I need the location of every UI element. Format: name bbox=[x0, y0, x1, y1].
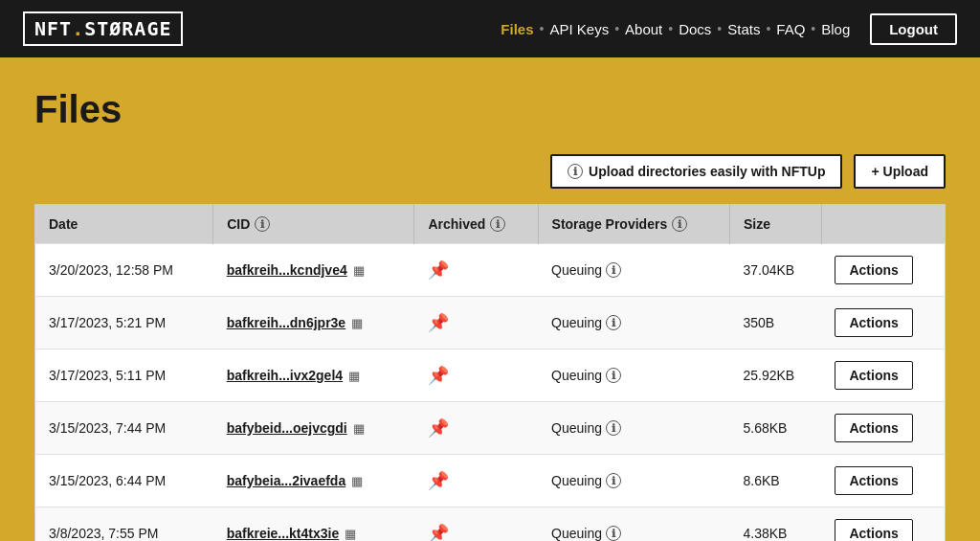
cid-link[interactable]: bafkreih...kcndjve4 bbox=[227, 262, 347, 278]
cell-storage-provider: Queuingℹ bbox=[538, 455, 729, 507]
cell-archived: 📌 bbox=[414, 507, 538, 542]
cell-storage-provider: Queuingℹ bbox=[538, 244, 729, 297]
cell-actions: Actions bbox=[821, 402, 945, 455]
cell-cid: bafybeia...2ivaefda▦ bbox=[213, 455, 414, 507]
copy-icon[interactable]: ▦ bbox=[351, 316, 363, 330]
copy-icon[interactable]: ▦ bbox=[353, 421, 365, 436]
cid-info-icon: ℹ bbox=[255, 216, 270, 232]
nav-files[interactable]: Files bbox=[501, 21, 533, 37]
queuing-label: Queuing bbox=[551, 526, 602, 541]
queuing-info-icon: ℹ bbox=[606, 420, 621, 436]
table-row: 3/8/2023, 7:55 PMbafkreie...kt4tx3ie▦📌Qu… bbox=[35, 507, 946, 542]
pin-icon: 📌 bbox=[428, 313, 449, 332]
cell-size: 350B bbox=[729, 297, 821, 349]
cell-actions: Actions bbox=[821, 349, 945, 402]
nav-blog[interactable]: Blog bbox=[821, 21, 850, 37]
files-table: Date CID ℹ Archived ℹ Storage P bbox=[34, 204, 946, 541]
cid-link[interactable]: bafkreie...kt4tx3ie bbox=[227, 526, 340, 541]
table-header: Date CID ℹ Archived ℹ Storage P bbox=[35, 205, 946, 244]
page-title: Files bbox=[34, 88, 946, 131]
cell-storage-provider: Queuingℹ bbox=[538, 507, 729, 542]
cell-date: 3/15/2023, 6:44 PM bbox=[35, 455, 213, 507]
th-storage-providers: Storage Providers ℹ bbox=[538, 205, 729, 244]
queuing-info-icon: ℹ bbox=[606, 262, 621, 278]
toolbar: ℹ Upload directories easily with NFTUp +… bbox=[34, 154, 946, 189]
main-nav: Files • API Keys • About • Docs • Stats … bbox=[501, 13, 957, 45]
queuing-info-icon: ℹ bbox=[606, 368, 621, 383]
header: NFT.STØRAGE Files • API Keys • About • D… bbox=[0, 0, 980, 57]
cell-cid: bafkreie...kt4tx3ie▦ bbox=[213, 507, 414, 542]
nav-stats[interactable]: Stats bbox=[727, 21, 760, 37]
cell-actions: Actions bbox=[821, 297, 945, 349]
cid-link[interactable]: bafkreih...dn6jpr3e bbox=[227, 315, 345, 330]
table-row: 3/20/2023, 12:58 PMbafkreih...kcndjve4▦📌… bbox=[35, 244, 946, 297]
cell-date: 3/8/2023, 7:55 PM bbox=[35, 507, 213, 542]
cell-size: 37.04KB bbox=[729, 244, 821, 297]
cid-link[interactable]: bafkreih...ivx2gel4 bbox=[227, 368, 343, 383]
logo-storage: STØRAGE bbox=[84, 17, 171, 40]
actions-button[interactable]: Actions bbox=[835, 466, 912, 495]
pin-icon: 📌 bbox=[428, 418, 449, 438]
queuing-info-icon: ℹ bbox=[606, 473, 621, 488]
info-icon: ℹ bbox=[568, 164, 583, 179]
cell-size: 5.68KB bbox=[729, 402, 821, 455]
th-actions bbox=[821, 205, 945, 244]
cell-cid: bafkreih...kcndjve4▦ bbox=[213, 244, 414, 297]
cell-actions: Actions bbox=[821, 244, 945, 297]
table-row: 3/17/2023, 5:11 PMbafkreih...ivx2gel4▦📌Q… bbox=[35, 349, 946, 402]
nftup-button[interactable]: ℹ Upload directories easily with NFTUp bbox=[550, 154, 842, 189]
cell-archived: 📌 bbox=[414, 244, 538, 297]
cell-date: 3/15/2023, 7:44 PM bbox=[35, 402, 213, 455]
actions-button[interactable]: Actions bbox=[835, 308, 912, 337]
cell-archived: 📌 bbox=[414, 455, 538, 507]
cell-cid: bafkreih...dn6jpr3e▦ bbox=[213, 297, 414, 349]
cell-actions: Actions bbox=[821, 455, 945, 507]
actions-button[interactable]: Actions bbox=[835, 361, 912, 390]
queuing-label: Queuing bbox=[551, 473, 602, 488]
cell-archived: 📌 bbox=[414, 349, 538, 402]
table-row: 3/15/2023, 7:44 PMbafybeid...oejvcgdi▦📌Q… bbox=[35, 402, 946, 455]
nav-about[interactable]: About bbox=[625, 21, 662, 37]
table-row: 3/15/2023, 6:44 PMbafybeia...2ivaefda▦📌Q… bbox=[35, 455, 946, 507]
copy-icon[interactable]: ▦ bbox=[351, 474, 363, 488]
cell-size: 8.6KB bbox=[729, 455, 821, 507]
nav-api-keys[interactable]: API Keys bbox=[549, 21, 609, 37]
th-date: Date bbox=[35, 205, 213, 244]
cell-cid: bafybeid...oejvcgdi▦ bbox=[213, 402, 414, 455]
th-size: Size bbox=[729, 205, 821, 244]
logo: NFT.STØRAGE bbox=[23, 11, 183, 46]
cid-link[interactable]: bafybeia...2ivaefda bbox=[227, 473, 346, 488]
cell-date: 3/20/2023, 12:58 PM bbox=[35, 244, 213, 297]
cell-date: 3/17/2023, 5:11 PM bbox=[35, 349, 213, 402]
nav-docs[interactable]: Docs bbox=[679, 21, 711, 37]
archived-info-icon: ℹ bbox=[490, 216, 505, 232]
cell-actions: Actions bbox=[821, 507, 945, 542]
actions-button[interactable]: Actions bbox=[835, 414, 912, 442]
storage-info-icon: ℹ bbox=[672, 216, 687, 232]
nav-faq[interactable]: FAQ bbox=[776, 21, 805, 37]
pin-icon: 📌 bbox=[428, 471, 449, 490]
queuing-label: Queuing bbox=[551, 315, 602, 330]
cell-cid: bafkreih...ivx2gel4▦ bbox=[213, 349, 414, 402]
actions-button[interactable]: Actions bbox=[835, 256, 912, 284]
cell-storage-provider: Queuingℹ bbox=[538, 402, 729, 455]
pin-icon: 📌 bbox=[428, 524, 449, 541]
upload-button[interactable]: + Upload bbox=[854, 154, 946, 189]
queuing-info-icon: ℹ bbox=[606, 526, 621, 541]
copy-icon[interactable]: ▦ bbox=[345, 527, 356, 541]
cell-date: 3/17/2023, 5:21 PM bbox=[35, 297, 213, 349]
main-content: Files ℹ Upload directories easily with N… bbox=[0, 57, 980, 541]
copy-icon[interactable]: ▦ bbox=[348, 369, 360, 383]
cid-link[interactable]: bafybeid...oejvcgdi bbox=[227, 420, 347, 436]
logo-nft: NFT bbox=[34, 17, 72, 40]
queuing-label: Queuing bbox=[551, 420, 602, 436]
copy-icon[interactable]: ▦ bbox=[353, 263, 365, 278]
th-archived: Archived ℹ bbox=[414, 205, 538, 244]
table-body: 3/20/2023, 12:58 PMbafkreih...kcndjve4▦📌… bbox=[35, 244, 946, 542]
queuing-label: Queuing bbox=[551, 262, 602, 278]
cell-storage-provider: Queuingℹ bbox=[538, 349, 729, 402]
actions-button[interactable]: Actions bbox=[835, 519, 912, 541]
logout-button[interactable]: Logout bbox=[870, 13, 957, 45]
table-row: 3/17/2023, 5:21 PMbafkreih...dn6jpr3e▦📌Q… bbox=[35, 297, 946, 349]
queuing-label: Queuing bbox=[551, 368, 602, 383]
